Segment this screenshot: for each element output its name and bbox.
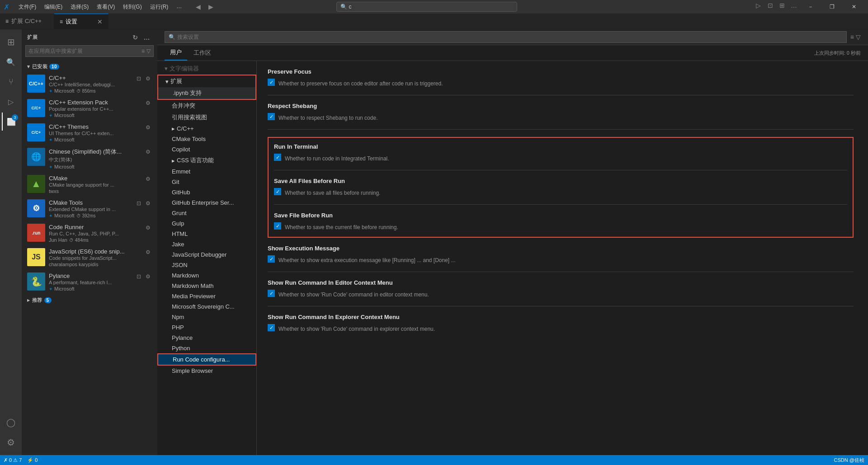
- ext-settings-button[interactable]: ⚙: [144, 75, 152, 83]
- nav-item-media-previewer[interactable]: Media Previewer: [157, 291, 256, 301]
- list-item[interactable]: .run Code Runner Run C, C++, Java, JS, P…: [22, 221, 157, 245]
- list-item[interactable]: ⚙ CMake Tools Extended CMake support in …: [22, 197, 157, 221]
- activity-explorer[interactable]: ⊞: [2, 33, 20, 51]
- menu-run[interactable]: 运行(R): [146, 2, 172, 12]
- ext-pin-button[interactable]: ⊡: [135, 199, 143, 207]
- list-item[interactable]: C/C+ C/C++ Extension Pack Popular extens…: [22, 96, 157, 121]
- nav-item-ms-sovereign[interactable]: Microsoft Sovereign C...: [157, 301, 256, 312]
- nav-item-php[interactable]: PHP: [157, 322, 256, 333]
- list-item[interactable]: JS JavaScript (ES6) code snip... Code sn…: [22, 245, 157, 270]
- status-sync[interactable]: ⚡ 0: [27, 457, 38, 463]
- nav-item-ipynb[interactable]: .ipynb 支持: [158, 87, 255, 99]
- ext-settings-button[interactable]: ⚙: [144, 148, 152, 156]
- nav-item-css[interactable]: ▸ CSS 语言功能: [157, 155, 256, 166]
- nav-section-extensions[interactable]: ▾ 扩展: [158, 75, 255, 87]
- recommended-section-header[interactable]: ▸ 推荐 5: [22, 294, 157, 305]
- nav-item-github-enterprise[interactable]: GitHub Enterprise Ser...: [157, 197, 256, 208]
- search-clear-icon[interactable]: ▽: [146, 48, 151, 54]
- menu-select[interactable]: 选择(S): [67, 2, 92, 12]
- tab-settings[interactable]: ≡ 设置 ✕: [54, 14, 108, 29]
- nav-item-html[interactable]: HTML: [157, 229, 256, 239]
- nav-item-cmake-tools[interactable]: CMake Tools: [157, 134, 256, 144]
- activity-source-control[interactable]: ⑂: [2, 73, 20, 91]
- run-in-terminal-checkbox[interactable]: [274, 154, 281, 161]
- nav-item-markdown[interactable]: Markdown: [157, 270, 256, 281]
- nav-item-ref-search[interactable]: 引用搜索视图: [157, 112, 256, 123]
- settings-search-input[interactable]: [177, 34, 843, 40]
- tab-workspace[interactable]: 工作区: [188, 45, 217, 61]
- nav-item-simple-browser[interactable]: Simple Browser: [157, 366, 256, 376]
- ext-pin-button[interactable]: ⊡: [135, 272, 143, 281]
- nav-item-jake[interactable]: Jake: [157, 239, 256, 249]
- ext-settings-button[interactable]: ⚙: [144, 199, 152, 207]
- settings-filter-icon[interactable]: ≡: [850, 33, 854, 41]
- nav-item-pylance[interactable]: Pylance: [157, 333, 256, 343]
- search-input[interactable]: [349, 4, 513, 10]
- list-item[interactable]: C/C+ C/C++ Themes UI Themes for C/C++ ex…: [22, 121, 157, 145]
- activity-account[interactable]: ◯: [2, 413, 20, 432]
- more-icon[interactable]: …: [788, 0, 799, 11]
- ext-settings-button[interactable]: ⚙: [144, 272, 152, 281]
- nav-item-npm[interactable]: Npm: [157, 312, 256, 322]
- layout-icon[interactable]: ⊞: [777, 0, 788, 11]
- nav-item-emmet[interactable]: Emmet: [157, 166, 256, 177]
- ext-settings-button[interactable]: ⚙: [144, 224, 152, 232]
- nav-item-markdown-math[interactable]: Markdown Math: [157, 281, 256, 291]
- settings-scrollbar[interactable]: [864, 61, 868, 455]
- tab-extensions-cpp[interactable]: ≡ 扩展 C/C++: [0, 14, 54, 29]
- ext-settings-button[interactable]: ⚙: [144, 175, 152, 183]
- list-item[interactable]: ▲ CMake CMake langage support for ... tw…: [22, 172, 157, 197]
- refresh-extensions-button[interactable]: ↻: [130, 33, 140, 42]
- show-run-editor-checkbox[interactable]: [268, 290, 275, 297]
- nav-item-git[interactable]: Git: [157, 177, 256, 187]
- save-file-checkbox[interactable]: [274, 222, 281, 230]
- nav-item-cpp[interactable]: ▸ C/C++: [157, 123, 256, 134]
- tab-user[interactable]: 用户: [165, 45, 187, 61]
- maximize-button[interactable]: ❐: [822, 0, 843, 14]
- nav-item-grunt[interactable]: Grunt: [157, 208, 256, 218]
- list-item[interactable]: 🌐 Chinese (Simplified) (简体... 中文(简体) ✦ M…: [22, 145, 157, 172]
- activity-extensions[interactable]: ⬜ 3: [2, 113, 20, 131]
- list-item[interactable]: C/C++ C/C++ C/C++ IntelliSense, debuggi.…: [22, 72, 157, 96]
- close-button[interactable]: ✕: [844, 0, 864, 14]
- menu-file[interactable]: 文件(F): [15, 2, 40, 12]
- menu-edit[interactable]: 编辑(E): [41, 2, 66, 12]
- activity-run-debug[interactable]: ▷: [2, 93, 20, 111]
- activity-search[interactable]: 🔍: [2, 53, 20, 71]
- minimize-button[interactable]: －: [800, 0, 821, 14]
- show-run-explorer-checkbox[interactable]: [268, 324, 275, 331]
- menu-goto[interactable]: 转到(G): [119, 2, 145, 12]
- nav-item-python[interactable]: Python: [157, 343, 256, 353]
- settings-search[interactable]: 🔍: [165, 31, 847, 43]
- save-all-files-checkbox[interactable]: [274, 188, 281, 195]
- split-editor-icon[interactable]: ⊡: [765, 0, 776, 11]
- show-execution-message-checkbox[interactable]: [268, 255, 275, 263]
- nav-item-js-debugger[interactable]: JavaScript Debugger: [157, 249, 256, 260]
- ext-settings-button[interactable]: ⚙: [144, 99, 152, 107]
- respect-shebang-checkbox[interactable]: [268, 113, 275, 120]
- ext-settings-button[interactable]: ⚙: [144, 123, 152, 132]
- ext-pin-button[interactable]: ⊡: [135, 75, 143, 83]
- nav-item-json[interactable]: JSON: [157, 260, 256, 270]
- filter-extensions-button[interactable]: …: [142, 33, 152, 42]
- activity-settings[interactable]: ⚙: [2, 433, 20, 451]
- preserve-focus-checkbox[interactable]: [268, 79, 275, 86]
- run-icon[interactable]: ▷: [753, 0, 764, 11]
- back-button[interactable]: ◀: [193, 1, 203, 12]
- status-errors[interactable]: ✗ 0 ⚠ 7: [4, 457, 22, 463]
- global-search[interactable]: 🔍: [336, 2, 517, 12]
- list-item[interactable]: 🐍 Pylance A performant, feature-rich l..…: [22, 270, 157, 294]
- menu-more[interactable]: …: [173, 2, 185, 12]
- nav-run-code-label[interactable]: Run Code configura...: [158, 354, 255, 365]
- tab-close-button[interactable]: ✕: [97, 18, 103, 25]
- nav-item-run-code-selected[interactable]: Run Code configura...: [157, 353, 256, 366]
- nav-item-copilot[interactable]: Copilot: [157, 144, 256, 155]
- menu-view[interactable]: 查看(V): [93, 2, 118, 12]
- nav-item-github[interactable]: GitHub: [157, 187, 256, 197]
- installed-section-header[interactable]: ▾ 已安装 10: [22, 61, 157, 72]
- nav-item-merge-conflict[interactable]: 合并冲突: [157, 100, 256, 112]
- search-filter-icon[interactable]: ≡: [142, 48, 145, 54]
- ext-settings-button[interactable]: ⚙: [144, 248, 152, 256]
- extensions-search-input[interactable]: [28, 48, 140, 54]
- settings-more-icon[interactable]: ▽: [856, 33, 861, 41]
